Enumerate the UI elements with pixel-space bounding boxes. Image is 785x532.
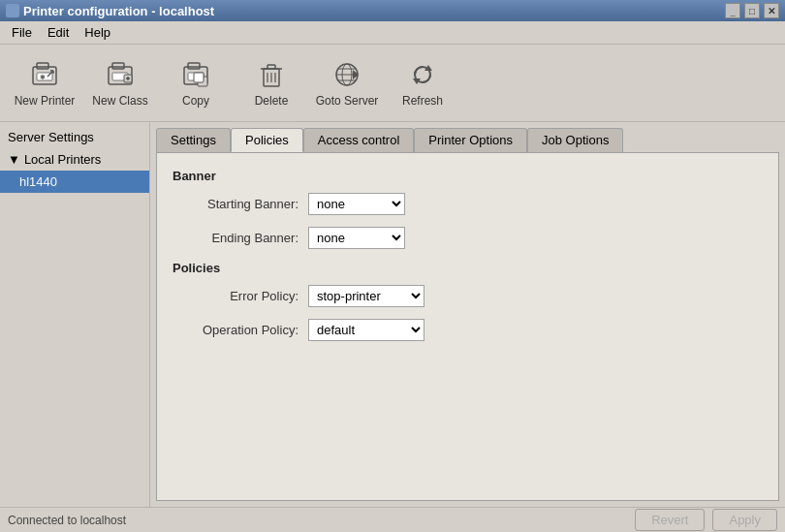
tab-printer-options[interactable]: Printer Options bbox=[414, 128, 527, 152]
starting-banner-label: Starting Banner: bbox=[173, 197, 308, 211]
new-class-label: New Class bbox=[92, 94, 147, 108]
goto-server-icon bbox=[331, 59, 362, 90]
menubar: File Edit Help bbox=[0, 21, 785, 45]
delete-button[interactable]: Delete bbox=[235, 49, 308, 117]
new-class-button[interactable]: New Class bbox=[83, 49, 157, 117]
tab-job-options[interactable]: Job Options bbox=[527, 128, 623, 152]
menu-file[interactable]: File bbox=[4, 23, 40, 42]
minimize-button[interactable]: _ bbox=[725, 3, 740, 18]
svg-rect-9 bbox=[112, 63, 124, 69]
operation-policy-label: Operation Policy: bbox=[173, 323, 308, 337]
svg-rect-15 bbox=[188, 63, 200, 69]
action-buttons: Revert Apply bbox=[635, 509, 777, 531]
toolbar: ✱ New Printer New Class bbox=[0, 45, 785, 122]
statusbar: Connected to localhost Revert Apply bbox=[0, 507, 785, 532]
refresh-button[interactable]: Refresh bbox=[386, 49, 459, 117]
tab-access-control[interactable]: Access control bbox=[303, 128, 415, 152]
menu-edit[interactable]: Edit bbox=[40, 23, 77, 42]
svg-rect-2 bbox=[37, 63, 48, 69]
policies-heading: Policies bbox=[173, 261, 763, 275]
new-printer-label: New Printer bbox=[15, 94, 76, 108]
tab-panel-policies: Banner Starting Banner: none classified … bbox=[156, 152, 779, 501]
maximize-button[interactable]: □ bbox=[744, 3, 760, 18]
app-icon bbox=[6, 4, 19, 17]
window-controls[interactable]: _ □ ✕ bbox=[725, 3, 779, 18]
copy-icon bbox=[180, 59, 211, 90]
refresh-label: Refresh bbox=[402, 94, 443, 108]
sidebar-item-hl1440[interactable]: hl1440 bbox=[0, 171, 149, 193]
content-area: Settings Policies Access control Printer… bbox=[150, 122, 785, 507]
ending-banner-row: Ending Banner: none classified confident… bbox=[173, 227, 763, 249]
banner-heading: Banner bbox=[173, 169, 763, 183]
svg-rect-17 bbox=[194, 73, 204, 82]
main-layout: Server Settings ▼ Local Printers hl1440 … bbox=[0, 122, 785, 507]
svg-text:✱: ✱ bbox=[40, 74, 46, 80]
error-policy-row: Error Policy: stop-printer abort-job ret… bbox=[173, 285, 763, 307]
goto-server-label: Goto Server bbox=[316, 94, 379, 108]
refresh-icon bbox=[407, 59, 438, 90]
sidebar-section-local-printers[interactable]: ▼ Local Printers bbox=[0, 148, 149, 171]
menu-help[interactable]: Help bbox=[77, 23, 118, 42]
copy-label: Copy bbox=[182, 94, 209, 108]
error-policy-select[interactable]: stop-printer abort-job retry-job retry-c… bbox=[308, 285, 424, 307]
tab-settings[interactable]: Settings bbox=[156, 128, 231, 152]
new-class-icon bbox=[105, 59, 136, 90]
revert-button[interactable]: Revert bbox=[635, 509, 705, 531]
window-title: Printer configuration - localhost bbox=[23, 4, 214, 18]
sidebar: Server Settings ▼ Local Printers hl1440 bbox=[0, 122, 150, 507]
chevron-down-icon: ▼ bbox=[8, 152, 20, 167]
sidebar-item-server-settings[interactable]: Server Settings bbox=[0, 126, 149, 148]
starting-banner-select[interactable]: none classified confidential secret stan… bbox=[308, 193, 405, 215]
delete-label: Delete bbox=[255, 94, 289, 108]
titlebar: Printer configuration - localhost _ □ ✕ bbox=[0, 0, 785, 21]
delete-icon bbox=[256, 59, 287, 90]
ending-banner-label: Ending Banner: bbox=[173, 231, 308, 245]
error-policy-label: Error Policy: bbox=[173, 289, 308, 303]
close-button[interactable]: ✕ bbox=[764, 3, 779, 18]
starting-banner-row: Starting Banner: none classified confide… bbox=[173, 193, 763, 215]
new-printer-icon: ✱ bbox=[29, 59, 60, 90]
copy-button[interactable]: Copy bbox=[159, 49, 233, 117]
apply-button[interactable]: Apply bbox=[712, 509, 777, 531]
ending-banner-select[interactable]: none classified confidential secret stan… bbox=[308, 227, 405, 249]
tab-bar: Settings Policies Access control Printer… bbox=[156, 128, 779, 152]
tab-policies[interactable]: Policies bbox=[231, 128, 303, 152]
new-printer-button[interactable]: ✱ New Printer bbox=[8, 49, 81, 117]
operation-policy-select[interactable]: default authenticated bbox=[308, 319, 424, 341]
operation-policy-row: Operation Policy: default authenticated bbox=[173, 319, 763, 341]
status-text: Connected to localhost bbox=[8, 514, 126, 527]
goto-server-button[interactable]: Goto Server bbox=[310, 49, 384, 117]
